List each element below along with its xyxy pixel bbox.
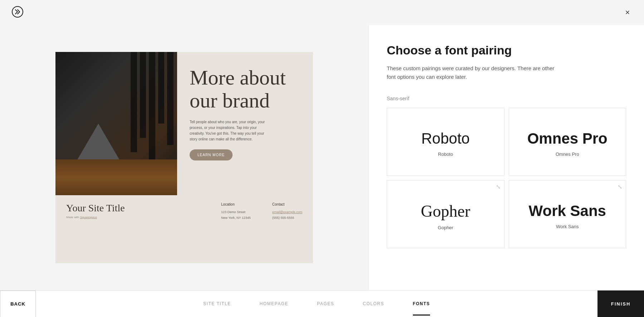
site-title-block: Your Site Title Made with Squarespace bbox=[66, 202, 221, 219]
v-bar-1 bbox=[131, 52, 137, 152]
finish-button[interactable]: FINISH bbox=[597, 290, 644, 317]
font-name-roboto: Roboto bbox=[438, 152, 453, 157]
font-card-work-sans[interactable]: Work Sans Work Sans ⤡ bbox=[509, 180, 626, 248]
font-preview-omnes-pro: Omnes Pro bbox=[527, 130, 608, 147]
preview-footer: Your Site Title Made with Squarespace Lo… bbox=[55, 195, 313, 242]
expand-icon-gopher: ⤡ bbox=[496, 183, 501, 190]
font-preview-work-sans: Work Sans bbox=[529, 202, 606, 220]
nav-step-pages[interactable]: PAGES bbox=[303, 301, 348, 306]
font-card-roboto[interactable]: Roboto Roboto bbox=[387, 108, 504, 176]
location-city: New York, NY 12345 bbox=[221, 215, 251, 221]
nav-step-colors[interactable]: COLORS bbox=[348, 301, 399, 306]
preview-image bbox=[55, 52, 177, 195]
preview-text-area: More about our brand Tell people about w… bbox=[177, 52, 313, 195]
location-title: Location bbox=[221, 202, 251, 206]
location-address: 123 Demo Street bbox=[221, 209, 251, 215]
nav-step-site-title[interactable]: SITE TITLE bbox=[189, 301, 245, 306]
font-grid: Roboto Roboto Omnes Pro Omnes Pro Gopher… bbox=[387, 108, 626, 248]
contact-title: Contact bbox=[272, 202, 302, 206]
close-button[interactable]: × bbox=[622, 7, 633, 18]
font-name-work-sans: Work Sans bbox=[556, 224, 579, 229]
panel-description: These custom pairings were curated by ou… bbox=[387, 64, 558, 81]
v-bar-3 bbox=[149, 52, 155, 159]
made-with: Made with Squarespace bbox=[66, 216, 221, 219]
footer-columns: Location 123 Demo Street New York, NY 12… bbox=[221, 202, 302, 221]
vertical-bars bbox=[127, 52, 177, 167]
v-bar-5 bbox=[167, 52, 174, 145]
preview-body: Tell people about who you are, your orig… bbox=[190, 119, 268, 142]
contact-email: email@example.com bbox=[272, 209, 302, 215]
header: × bbox=[0, 0, 644, 25]
site-title-text: Your Site Title bbox=[66, 202, 221, 214]
nav-step-fonts[interactable]: FONTS bbox=[399, 301, 444, 306]
wood-floor bbox=[55, 159, 177, 195]
expand-icon-work-sans: ⤡ bbox=[618, 183, 622, 190]
squarespace-link[interactable]: Squarespace bbox=[80, 216, 97, 219]
preview-top: More about our brand Tell people about w… bbox=[55, 52, 313, 195]
panel-title: Choose a font pairing bbox=[387, 43, 626, 58]
font-preview-roboto: Roboto bbox=[421, 130, 470, 147]
font-card-gopher[interactable]: Gopher Gopher ⤡ bbox=[387, 180, 504, 248]
font-preview-gopher: Gopher bbox=[421, 202, 470, 221]
contact-col: Contact email@example.com (555) 555-5555 bbox=[272, 202, 302, 221]
v-bar-2 bbox=[140, 52, 146, 138]
section-label: Sans-serif bbox=[387, 96, 626, 101]
main-content: More about our brand Tell people about w… bbox=[0, 25, 644, 290]
font-card-omnes-pro[interactable]: Omnes Pro Omnes Pro bbox=[509, 108, 626, 176]
preview-heading: More about our brand bbox=[190, 66, 301, 112]
v-bar-4 bbox=[158, 52, 165, 124]
right-panel: Choose a font pairing These custom pairi… bbox=[369, 25, 644, 290]
preview-cta: LEARN MORE bbox=[190, 149, 233, 160]
back-button[interactable]: BACK bbox=[0, 290, 36, 317]
bottom-nav: BACK SITE TITLE HOMEPAGE PAGES COLORS FO… bbox=[0, 290, 644, 317]
font-name-gopher: Gopher bbox=[438, 225, 453, 230]
preview-panel: More about our brand Tell people about w… bbox=[0, 25, 369, 290]
location-col: Location 123 Demo Street New York, NY 12… bbox=[221, 202, 251, 221]
nav-steps: SITE TITLE HOMEPAGE PAGES COLORS FONTS bbox=[36, 301, 597, 306]
nav-step-homepage[interactable]: HOMEPAGE bbox=[245, 301, 303, 306]
preview-container: More about our brand Tell people about w… bbox=[55, 52, 313, 263]
contact-phone: (555) 555-5555 bbox=[272, 215, 302, 221]
squarespace-logo bbox=[11, 5, 24, 20]
font-name-omnes-pro: Omnes Pro bbox=[556, 152, 579, 157]
